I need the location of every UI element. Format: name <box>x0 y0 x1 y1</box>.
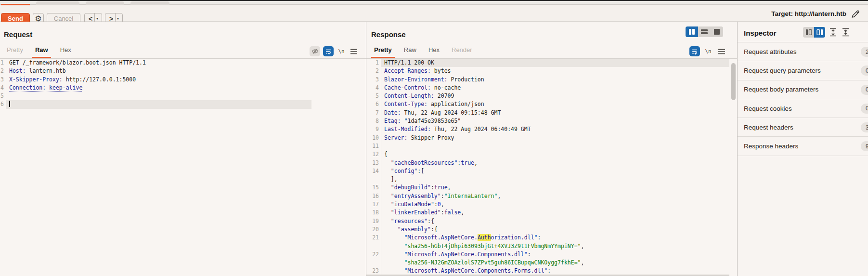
line-number: 16 <box>366 192 381 200</box>
response-editor[interactable]: 1HTTP/1.1 200 OK2Accept-Ranges: bytes3Bl… <box>366 59 737 276</box>
line-number: 22 <box>366 250 381 259</box>
code-line: 2Accept-Ranges: bytes <box>366 67 729 75</box>
inspector-sections: Request attributes2Request query paramet… <box>738 42 868 156</box>
code-line: 5Content-Length: 20709 <box>366 92 729 100</box>
tab-raw[interactable]: Raw <box>401 42 419 58</box>
inspector-section-request-attributes[interactable]: Request attributes2 <box>738 42 868 61</box>
code-line: 21 "Microsoft.AspNetCore.Authorization.d… <box>366 234 729 242</box>
code-line: 22 "Microsoft.AspNetCore.Components.dll"… <box>366 250 729 259</box>
code-line: 2Host: lantern.htb <box>0 67 366 75</box>
word-wrap-icon[interactable] <box>323 46 334 56</box>
line-number: 5 <box>366 92 381 100</box>
request-panel-title: Request <box>4 30 32 39</box>
request-editor[interactable]: 1GET /_framework/blazor.boot.json HTTP/1… <box>0 59 366 276</box>
dropdown-arrow-icon[interactable]: ▾ <box>116 16 120 21</box>
tab-pretty[interactable]: Pretty <box>371 42 395 58</box>
line-number: 19 <box>366 217 381 225</box>
line-number: 21 <box>366 234 381 242</box>
inspector-section-label: Request query parameters <box>744 67 821 74</box>
line-number: 8 <box>366 117 381 125</box>
code-line: 3X-Skipper-Proxy: http://127.0.0.1:5000 <box>0 76 366 84</box>
code-line: 20 "assembly":{ <box>366 225 729 234</box>
single-layout-icon[interactable] <box>711 26 723 37</box>
line-number: 4 <box>366 84 381 92</box>
code-line: 18 "linkerEnabled":false, <box>366 209 729 217</box>
rows-layout-icon[interactable] <box>698 26 711 37</box>
tab-render[interactable]: Render <box>449 42 475 58</box>
code-line: ], <box>366 175 729 184</box>
inspector-section-request-cookies[interactable]: Request cookies0 <box>738 99 868 118</box>
code-line: 1HTTP/1.1 200 OK <box>366 59 729 67</box>
tab-raw[interactable]: Raw <box>32 42 51 58</box>
tab-hex[interactable]: Hex <box>57 42 74 58</box>
inspector-title: Inspector <box>744 29 777 37</box>
count-badge: 2 <box>861 47 868 57</box>
tab-hex[interactable]: Hex <box>426 42 442 58</box>
code-line: 5 <box>0 92 366 100</box>
inspector-section-request-query-parameters[interactable]: Request query parameters0 <box>738 61 868 80</box>
text-cursor <box>9 101 10 107</box>
code-line: 15 "debugBuild":true, <box>366 184 729 192</box>
inspector-section-response-headers[interactable]: Response headers9 <box>738 137 868 156</box>
count-badge: 9 <box>861 141 868 151</box>
code-line: 14 "config":[ <box>366 167 729 175</box>
code-line: 8Etag: "1daf45e39853e65" <box>366 117 729 125</box>
expand-all-icon[interactable] <box>829 28 837 37</box>
request-tabs: Pretty Raw Hex \n <box>0 42 366 59</box>
line-number: 6 <box>366 100 381 108</box>
count-badge: 0 <box>861 66 868 76</box>
menu-icon[interactable] <box>716 46 727 56</box>
line-number: 3 <box>366 76 381 84</box>
code-line: 17 "icuDataMode":0, <box>366 200 729 209</box>
count-badge: 0 <box>861 85 868 95</box>
code-line: "sha256-NJ2GmZOAzlolS7ZPvt5guh86ICBupqwC… <box>366 259 729 267</box>
newline-icon[interactable]: \n <box>703 46 713 56</box>
code-line: 12{ <box>366 150 729 158</box>
line-number: 18 <box>366 209 381 217</box>
newline-icon[interactable]: \n <box>336 46 347 56</box>
line-number: 1 <box>366 59 381 67</box>
repeater-toolbar: Send ⚙ Cancel <▾ >▾ Target: http://lante… <box>0 5 868 22</box>
code-line: 13 "cacheBootResources":true, <box>366 159 729 167</box>
pencil-icon[interactable] <box>850 9 860 19</box>
word-wrap-icon[interactable] <box>689 46 700 56</box>
inspector-section-request-headers[interactable]: Request headers3 <box>738 118 868 137</box>
inspector-section-request-body-parameters[interactable]: Request body parameters0 <box>738 80 868 99</box>
tab-pretty[interactable]: Pretty <box>4 42 26 58</box>
line-number: 1 <box>0 59 6 67</box>
line-number: 10 <box>366 134 381 142</box>
line-number: 2 <box>366 67 381 75</box>
code-line: 3Blazor-Environment: Production <box>366 76 729 84</box>
panel-right-icon[interactable] <box>814 27 825 38</box>
inspector-dock-switcher <box>803 27 825 38</box>
code-line: 7Date: Thu, 22 Aug 2024 09:15:48 GMT <box>366 109 729 117</box>
layout-switcher <box>686 26 723 37</box>
code-line: 4Cache-Control: no-cache <box>366 84 729 92</box>
line-number: 11 <box>366 142 381 150</box>
columns-layout-icon[interactable] <box>686 26 698 37</box>
count-badge: 3 <box>861 122 868 132</box>
repeater-tab-strip <box>0 0 868 5</box>
code-line: 1GET /_framework/blazor.boot.json HTTP/1… <box>0 59 366 67</box>
response-tabs: Pretty Raw Hex Render \n <box>366 42 737 59</box>
dropdown-arrow-icon[interactable]: ▾ <box>95 16 100 21</box>
inspector-header: Inspector <box>738 22 868 42</box>
line-number: 4 <box>0 84 6 92</box>
inspector-section-label: Response headers <box>744 143 798 150</box>
line-number: 2 <box>0 67 6 75</box>
collapse-all-icon[interactable] <box>842 28 850 37</box>
line-number: 13 <box>366 159 381 167</box>
scrollbar-thumb[interactable] <box>731 63 736 100</box>
line-number: 7 <box>366 109 381 117</box>
line-number: 5 <box>0 92 6 100</box>
code-line: 19 "resources":{ <box>366 217 729 225</box>
request-panel: Request Pretty Raw Hex \n 1GET /_framewo… <box>0 22 366 276</box>
line-number <box>366 242 381 250</box>
line-number: 9 <box>366 125 381 133</box>
menu-icon[interactable] <box>349 46 359 56</box>
line-number: 14 <box>366 167 381 175</box>
code-line: 10Server: Skipper Proxy <box>366 134 729 142</box>
eye-off-icon[interactable] <box>310 46 320 56</box>
panel-left-icon[interactable] <box>803 27 814 38</box>
response-scrollbar[interactable] <box>731 61 736 274</box>
